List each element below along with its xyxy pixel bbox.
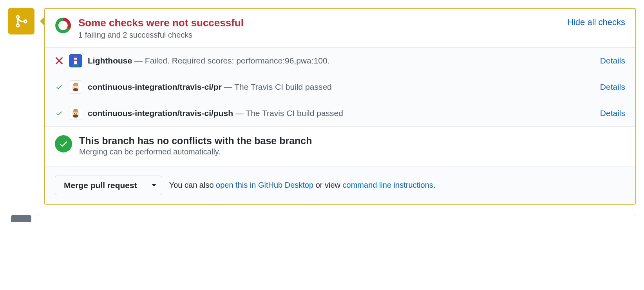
check-row: Lighthouse — Failed. Required scores: pe… <box>45 48 635 74</box>
conflict-subtitle: Merging can be performed automatically. <box>79 147 312 156</box>
check-row: continuous-integration/travis-ci/pr — Th… <box>45 74 635 100</box>
panel-pointer <box>40 16 45 26</box>
footer-text-mid: or view <box>313 181 342 189</box>
check-text: Lighthouse — Failed. Required scores: pe… <box>88 56 595 65</box>
check-separator: — <box>233 109 246 118</box>
travis-avatar <box>69 107 82 120</box>
conflict-title: This branch has no conflicts with the ba… <box>79 135 312 147</box>
check-row: continuous-integration/travis-ci/push — … <box>45 100 635 127</box>
checks-list: Lighthouse — Failed. Required scores: pe… <box>45 48 635 127</box>
check-name: continuous-integration/travis-ci/push <box>88 109 233 118</box>
entry-placeholder <box>37 215 636 222</box>
check-separator: — <box>222 82 234 91</box>
merge-footer-text: You can also open this in GitHub Desktop… <box>169 181 436 190</box>
svg-point-21 <box>74 113 75 114</box>
svg-point-1 <box>57 19 69 32</box>
check-text: continuous-integration/travis-ci/pr — Th… <box>88 82 595 92</box>
svg-point-22 <box>76 113 77 114</box>
svg-point-8 <box>73 88 78 91</box>
hide-all-checks-link[interactable]: Hide all checks <box>567 17 625 27</box>
check-separator: — <box>132 56 145 65</box>
details-link[interactable]: Details <box>600 109 625 118</box>
svg-marker-23 <box>152 184 156 186</box>
svg-point-16 <box>73 114 78 118</box>
check-icon <box>55 109 63 118</box>
merge-button-group: Merge pull request <box>55 176 162 195</box>
check-name: Lighthouse <box>88 56 132 65</box>
checks-header: Some checks were not successful 1 failin… <box>45 9 635 48</box>
git-merge-icon <box>14 14 28 28</box>
svg-rect-5 <box>73 64 78 65</box>
merge-status-badge <box>8 8 34 34</box>
command-line-instructions-link[interactable]: command line instructions <box>343 181 433 189</box>
lighthouse-avatar <box>69 54 82 67</box>
footer-text-suffix: . <box>433 181 436 189</box>
check-name: continuous-integration/travis-ci/pr <box>88 82 222 91</box>
details-link[interactable]: Details <box>600 82 625 92</box>
svg-rect-4 <box>74 60 77 61</box>
svg-marker-6 <box>74 56 77 57</box>
svg-point-14 <box>76 87 77 87</box>
check-icon <box>55 83 63 91</box>
merge-status-panel: Some checks were not successful 1 failin… <box>44 8 636 205</box>
checks-subtitle: 1 failing and 2 successful checks <box>78 31 560 40</box>
footer-text-prefix: You can also <box>169 181 216 189</box>
check-message: The Travis CI build passed <box>246 109 343 118</box>
caret-down-icon <box>152 184 156 187</box>
status-donut-icon <box>55 17 71 34</box>
svg-point-13 <box>74 87 75 87</box>
conflict-section: This branch has no conflicts with the ba… <box>45 127 635 167</box>
open-github-desktop-link[interactable]: open this in GitHub Desktop <box>216 181 313 189</box>
merge-dropdown-button[interactable] <box>146 176 162 195</box>
svg-rect-18 <box>74 109 78 111</box>
avatar-placeholder <box>11 215 31 222</box>
details-link[interactable]: Details <box>600 56 625 65</box>
check-message: The Travis CI build passed <box>234 82 332 91</box>
success-check-icon <box>55 135 72 152</box>
travis-avatar <box>69 80 82 94</box>
check-text: continuous-integration/travis-ci/push — … <box>88 109 595 118</box>
x-icon <box>55 56 63 65</box>
partial-next-panel <box>45 215 636 224</box>
checks-title: Some checks were not successful <box>78 16 560 30</box>
merge-footer: Merge pull request You can also open thi… <box>45 167 635 204</box>
svg-rect-10 <box>74 83 78 84</box>
merge-pull-request-button[interactable]: Merge pull request <box>55 176 146 195</box>
check-message: Failed. Required scores: performance:96,… <box>145 56 330 65</box>
